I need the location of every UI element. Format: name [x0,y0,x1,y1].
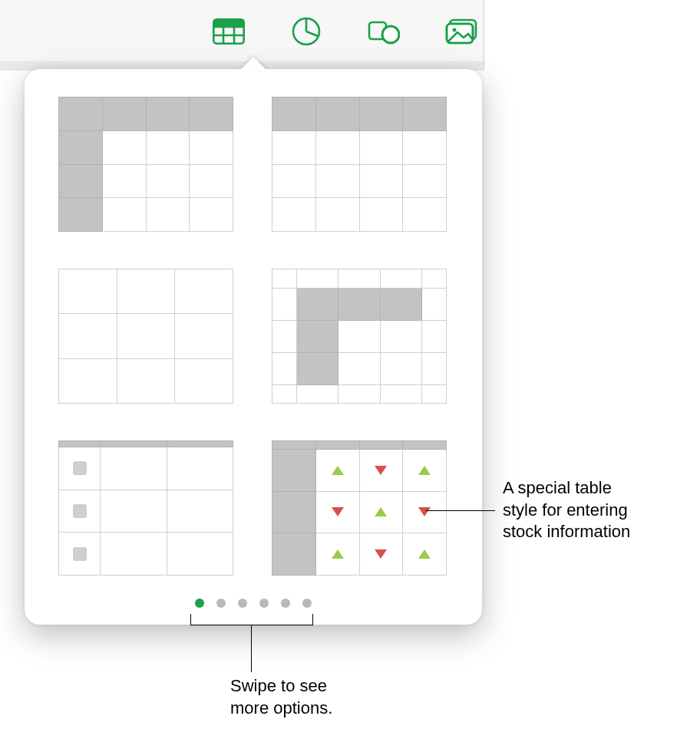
checkbox-icon [73,504,87,518]
page-indicator[interactable] [25,599,482,608]
callout-leader-line [426,510,495,511]
insert-chart-button[interactable] [289,14,324,49]
callout-text: stock information [503,521,630,543]
svg-rect-5 [213,19,243,27]
stock-down-icon [332,507,344,516]
table-styles-grid [58,97,448,576]
page-dot[interactable] [281,599,290,608]
stock-up-icon [418,549,431,559]
callout-text: more options. [230,698,332,720]
table-style-plain[interactable] [58,269,233,404]
stock-up-icon [375,507,387,516]
callout-text: Swipe to see [230,675,332,698]
page-dot[interactable] [238,599,247,608]
page-dot[interactable] [302,599,312,608]
toolbar [0,0,484,62]
page-dot[interactable] [195,599,204,608]
callout-leader-line [251,625,252,672]
callout-swipe: Swipe to see more options. [230,675,332,719]
table-icon [213,18,245,45]
insert-shape-button[interactable] [366,14,401,49]
table-style-checklist[interactable] [58,440,233,576]
media-icon [445,18,477,45]
stock-down-icon [418,507,431,516]
popover-caret [239,57,267,71]
stock-down-icon [375,466,387,475]
table-styles-popover [25,69,482,625]
stock-up-icon [418,466,431,475]
stock-down-icon [375,549,387,559]
table-style-header-row[interactable] [272,97,447,232]
checkbox-icon [73,461,87,475]
table-style-header-inset[interactable] [272,269,447,404]
page-dot[interactable] [259,599,269,608]
callout-bracket [190,614,313,625]
chart-icon [292,17,321,46]
insert-table-button[interactable] [211,14,246,49]
callout-text: style for entering [503,500,630,522]
svg-point-13 [453,28,457,32]
page-dot[interactable] [216,599,226,608]
stock-up-icon [332,549,344,559]
stock-up-icon [332,466,344,475]
checkbox-icon [73,547,87,561]
table-style-stock[interactable] [272,440,447,576]
table-style-header-row-and-column[interactable] [58,97,233,232]
insert-media-button[interactable] [444,14,479,49]
callout-stock-table: A special table style for entering stock… [503,477,630,543]
callout-text: A special table [503,477,630,500]
shape-icon [368,18,400,45]
